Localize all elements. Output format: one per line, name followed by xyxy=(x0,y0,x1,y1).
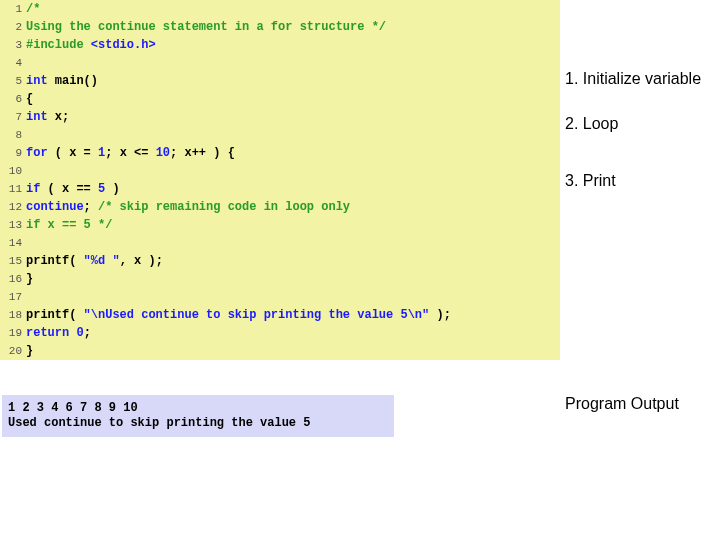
line-number: 4 xyxy=(0,54,26,72)
line-number: 6 xyxy=(0,90,26,108)
code-line: 16 } xyxy=(0,270,560,288)
code-line: 20} xyxy=(0,342,560,360)
code-line: 11 if ( x == 5 ) xyxy=(0,180,560,198)
output-label: Program Output xyxy=(565,395,679,413)
code-content xyxy=(26,162,560,180)
code-line: 2 Using the continue statement in a for … xyxy=(0,18,560,36)
line-number: 10 xyxy=(0,162,26,180)
code-line: 15 printf( "%d ", x ); xyxy=(0,252,560,270)
code-line: 3#include <stdio.h> xyxy=(0,36,560,54)
code-content: int main() xyxy=(26,72,560,90)
code-line: 7 int x; xyxy=(0,108,560,126)
code-content xyxy=(26,288,560,306)
code-content xyxy=(26,126,560,144)
line-number: 16 xyxy=(0,270,26,288)
line-number: 7 xyxy=(0,108,26,126)
code-line: 13 if x == 5 */ xyxy=(0,216,560,234)
code-line: 19 return 0; xyxy=(0,324,560,342)
code-line: 14 xyxy=(0,234,560,252)
code-content: return 0; xyxy=(26,324,560,342)
code-line: 18 printf( "\nUsed continue to skip prin… xyxy=(0,306,560,324)
line-number: 20 xyxy=(0,342,26,360)
line-number: 18 xyxy=(0,306,26,324)
code-content: Using the continue statement in a for st… xyxy=(26,18,560,36)
line-number: 5 xyxy=(0,72,26,90)
code-content: } xyxy=(26,342,560,360)
code-line: 17 xyxy=(0,288,560,306)
line-number: 13 xyxy=(0,216,26,234)
code-content: int x; xyxy=(26,108,560,126)
program-output: 1 2 3 4 6 7 8 9 10 Used continue to skip… xyxy=(2,395,394,437)
code-content: if x == 5 */ xyxy=(26,216,560,234)
line-number: 19 xyxy=(0,324,26,342)
code-content xyxy=(26,54,560,72)
code-content: printf( "\nUsed continue to skip printin… xyxy=(26,306,560,324)
code-content: } xyxy=(26,270,560,288)
line-number: 14 xyxy=(0,234,26,252)
code-line: 10 xyxy=(0,162,560,180)
line-number: 1 xyxy=(0,0,26,18)
line-number: 15 xyxy=(0,252,26,270)
code-line: 5int main() xyxy=(0,72,560,90)
annotation-initialize: 1. Initialize variable xyxy=(565,70,701,88)
code-content: if ( x == 5 ) xyxy=(26,180,560,198)
code-line: 9 for ( x = 1; x <= 10; x++ ) { xyxy=(0,144,560,162)
code-content: #include <stdio.h> xyxy=(26,36,560,54)
code-content: printf( "%d ", x ); xyxy=(26,252,560,270)
line-number: 8 xyxy=(0,126,26,144)
code-line: 12 continue; /* skip remaining code in l… xyxy=(0,198,560,216)
line-number: 3 xyxy=(0,36,26,54)
code-content: for ( x = 1; x <= 10; x++ ) { xyxy=(26,144,560,162)
line-number: 12 xyxy=(0,198,26,216)
line-number: 9 xyxy=(0,144,26,162)
code-content: { xyxy=(26,90,560,108)
line-number: 2 xyxy=(0,18,26,36)
code-line: 8 xyxy=(0,126,560,144)
code-listing: 1/*2 Using the continue statement in a f… xyxy=(0,0,560,360)
line-number: 11 xyxy=(0,180,26,198)
code-line: 1/* xyxy=(0,0,560,18)
code-line: 4 xyxy=(0,54,560,72)
line-number: 17 xyxy=(0,288,26,306)
code-content: continue; /* skip remaining code in loop… xyxy=(26,198,560,216)
code-content: /* xyxy=(26,0,560,18)
code-content xyxy=(26,234,560,252)
code-line: 6{ xyxy=(0,90,560,108)
annotation-print: 3. Print xyxy=(565,172,616,190)
annotation-loop: 2. Loop xyxy=(565,115,618,133)
